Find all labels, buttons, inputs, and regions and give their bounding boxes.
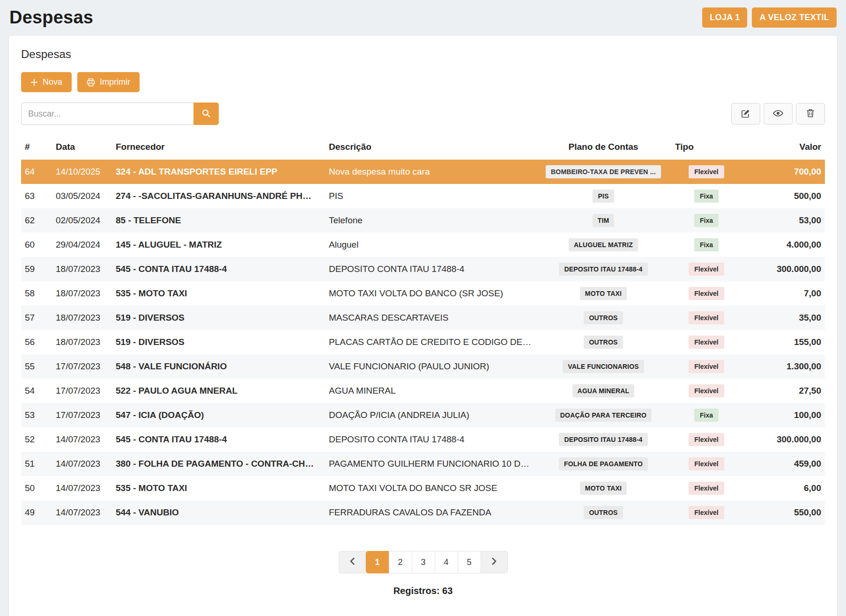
- trash-icon: [806, 109, 815, 119]
- cell-plano: DEPOSITO ITAU 17488-4: [535, 427, 671, 452]
- tipo-badge: Flexível: [689, 482, 724, 495]
- cell-id: 49: [21, 500, 52, 525]
- cell-descricao: MASCARAS DESCARTAVEIS: [325, 306, 535, 330]
- cell-data: 14/07/2023: [52, 427, 112, 452]
- cell-data: 17/07/2023: [52, 354, 112, 379]
- print-button[interactable]: Imprimir: [77, 72, 140, 92]
- next-page-button[interactable]: [481, 551, 508, 573]
- cell-valor: 155,00: [742, 330, 825, 354]
- store-button[interactable]: LOJA 1: [702, 7, 747, 28]
- cell-descricao: MOTO TAXI VOLTA DO BANCO (SR JOSE): [325, 281, 535, 306]
- header-actions: LOJA 1 A VELOZ TEXTIL: [702, 7, 837, 28]
- plano-badge: FOLHA DE PAGAMENTO: [559, 457, 648, 470]
- cell-descricao: Telefone: [325, 208, 535, 233]
- col-header-valor: Valor: [742, 135, 825, 160]
- cell-id: 53: [21, 403, 52, 427]
- cell-data: 14/10/2025: [52, 160, 112, 184]
- col-header-id: #: [21, 135, 52, 160]
- page-button-3[interactable]: 3: [412, 551, 435, 573]
- cell-tipo: Flexível: [671, 452, 742, 476]
- tipo-badge: Fixa: [694, 409, 719, 422]
- cell-valor: 7,00: [742, 281, 825, 306]
- cell-fornecedor: 545 - CONTA ITAU 17488-4: [112, 427, 325, 452]
- cell-id: 55: [21, 354, 52, 379]
- tipo-badge: Flexível: [689, 165, 724, 178]
- cell-fornecedor: 519 - DIVERSOS: [112, 330, 325, 354]
- plano-badge: ALUGUEL MATRIZ: [569, 238, 638, 251]
- company-button[interactable]: A VELOZ TEXTIL: [752, 7, 837, 28]
- cell-plano: DOAÇÃO PARA TERCEIRO: [535, 403, 671, 427]
- tipo-badge: Fixa: [694, 214, 719, 227]
- plano-badge: DEPOSITO ITAU 17488-4: [559, 433, 647, 446]
- cell-id: 64: [21, 160, 52, 184]
- cell-data: 29/04/2024: [52, 233, 112, 257]
- view-button[interactable]: [764, 103, 793, 125]
- table-row[interactable]: 64 14/10/2025 324 - ADL TRANSPORTES EIRE…: [21, 160, 825, 184]
- table-row[interactable]: 63 03/05/2024 274 - -SACOLITAS-GARANHUNS…: [21, 184, 825, 208]
- search-input[interactable]: [21, 103, 193, 125]
- cell-tipo: Flexível: [671, 476, 742, 500]
- page-title: Despesas: [9, 7, 93, 28]
- col-header-descricao: Descrição: [325, 135, 535, 160]
- edit-icon: [741, 109, 750, 119]
- prev-page-button[interactable]: [339, 551, 366, 573]
- cell-descricao: PLACAS CARTÃO DE CREDITO E CODIGO DE DEF…: [325, 330, 535, 354]
- plano-badge: TIM: [593, 214, 615, 227]
- col-header-plano: Plano de Contas: [535, 135, 671, 160]
- cell-plano: MOTO TAXI: [535, 281, 671, 306]
- cell-plano: DEPOSITO ITAU 17488-4: [535, 257, 671, 281]
- plano-badge: OUTROS: [584, 311, 623, 324]
- cell-fornecedor: 519 - DIVERSOS: [112, 306, 325, 330]
- chevron-right-icon: [491, 557, 497, 568]
- table-row[interactable]: 52 14/07/2023 545 - CONTA ITAU 17488-4 D…: [21, 427, 825, 452]
- plano-badge: PIS: [593, 190, 614, 203]
- cell-fornecedor: 535 - MOTO TAXI: [112, 281, 325, 306]
- search-button[interactable]: [193, 103, 219, 125]
- cell-plano: FOLHA DE PAGAMENTO: [535, 452, 671, 476]
- tipo-badge: Fixa: [694, 190, 719, 203]
- cell-tipo: Flexível: [671, 500, 742, 525]
- table-row[interactable]: 49 14/07/2023 544 - VANUBIO FERRADURAS C…: [21, 500, 825, 525]
- plano-badge: VALE FUNCIONARIOS: [563, 360, 644, 373]
- table-row[interactable]: 50 14/07/2023 535 - MOTO TAXI MOTO TAXI …: [21, 476, 825, 500]
- cell-valor: 500,00: [742, 184, 825, 208]
- expenses-table: # Data Fornecedor Descrição Plano de Con…: [21, 135, 825, 525]
- table-row[interactable]: 58 18/07/2023 535 - MOTO TAXI MOTO TAXI …: [21, 281, 825, 306]
- delete-button[interactable]: [796, 103, 825, 125]
- table-row[interactable]: 54 17/07/2023 522 - PAULO AGUA MNERAL AG…: [21, 379, 825, 403]
- cell-plano: OUTROS: [535, 500, 671, 525]
- table-row[interactable]: 53 17/07/2023 547 - ICIA (DOAÇÃO) DOAÇÃO…: [21, 403, 825, 427]
- tipo-badge: Flexível: [689, 384, 724, 397]
- table-row[interactable]: 62 02/05/2024 85 - TELEFONE Telefone TIM…: [21, 208, 825, 233]
- cell-id: 59: [21, 257, 52, 281]
- table-row[interactable]: 60 29/04/2024 145 - ALUGUEL - MATRIZ Alu…: [21, 233, 825, 257]
- cell-valor: 100,00: [742, 403, 825, 427]
- table-row[interactable]: 57 18/07/2023 519 - DIVERSOS MASCARAS DE…: [21, 306, 825, 330]
- page-button-1[interactable]: 1: [366, 551, 389, 573]
- cell-data: 14/07/2023: [52, 476, 112, 500]
- edit-button[interactable]: [731, 103, 760, 125]
- cell-id: 52: [21, 427, 52, 452]
- cell-tipo: Flexível: [671, 160, 742, 184]
- cell-id: 60: [21, 233, 52, 257]
- new-expense-button[interactable]: Nova: [21, 72, 72, 92]
- cell-data: 03/05/2024: [52, 184, 112, 208]
- page-button-2[interactable]: 2: [389, 551, 412, 573]
- magnifier-icon: [201, 109, 211, 119]
- col-header-tipo: Tipo: [671, 135, 742, 160]
- cell-descricao: VALE FUNCIONARIO (PAULO JUNIOR): [325, 354, 535, 379]
- table-row[interactable]: 51 14/07/2023 380 - FOLHA DE PAGAMENTO -…: [21, 452, 825, 476]
- cell-fornecedor: 522 - PAULO AGUA MNERAL: [112, 379, 325, 403]
- page-button-4[interactable]: 4: [435, 551, 458, 573]
- cell-descricao: Aluguel: [325, 233, 535, 257]
- plano-badge: BOMBEIRO-TAXA DE PREVEN ...: [546, 165, 661, 178]
- table-row[interactable]: 59 18/07/2023 545 - CONTA ITAU 17488-4 D…: [21, 257, 825, 281]
- cell-tipo: Flexível: [671, 427, 742, 452]
- table-row[interactable]: 56 18/07/2023 519 - DIVERSOS PLACAS CART…: [21, 330, 825, 354]
- filter-row: [9, 92, 837, 135]
- cell-tipo: Flexível: [671, 379, 742, 403]
- cell-tipo: Fixa: [671, 233, 742, 257]
- cell-id: 58: [21, 281, 52, 306]
- page-button-5[interactable]: 5: [458, 551, 481, 573]
- table-row[interactable]: 55 17/07/2023 548 - VALE FUNCIONÁRIO VAL…: [21, 354, 825, 379]
